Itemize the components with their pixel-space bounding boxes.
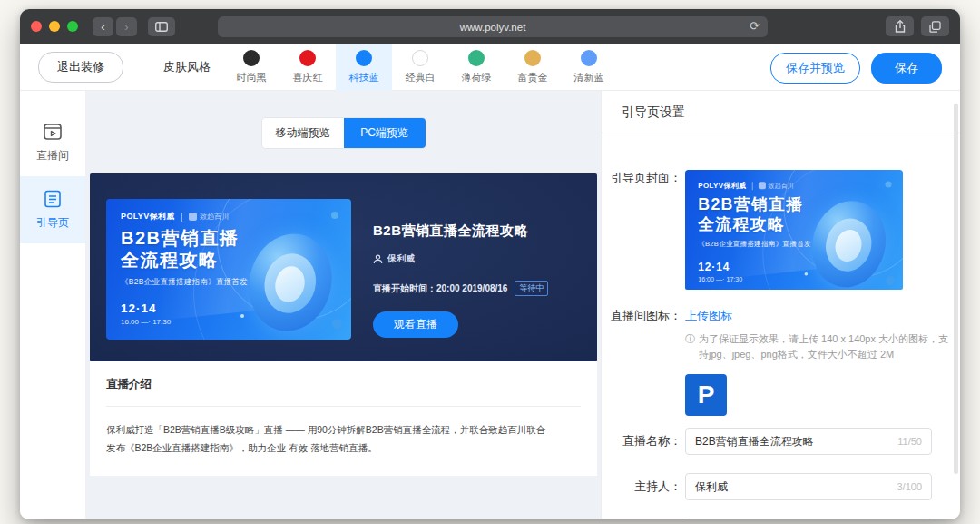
banner-date: 12·14 <box>698 261 730 272</box>
guide-page-banner: POLYV保利威 致趋百川 B2B营销直播全流程攻略 《B2B企业直播搭建指南》… <box>90 173 597 361</box>
polyv-logo: POLYV保利威 <box>698 181 746 192</box>
blue-swatch-dot <box>356 50 372 66</box>
intro-heading: 直播介绍 <box>106 377 581 392</box>
left-sidebar: 直播间 引导页 <box>20 91 86 519</box>
light-blue-swatch-dot <box>581 50 597 66</box>
gold-swatch-dot <box>524 50 541 66</box>
intro-divider <box>106 406 581 407</box>
sidebar-icon <box>155 22 168 32</box>
partner-logo: 致趋百川 <box>759 181 794 190</box>
polyv-logo: POLYV保利威 <box>121 211 175 222</box>
live-intro-section: 直播介绍 保利威打造「B2B营销直播B级攻略」直播 —— 用90分钟拆解B2B营… <box>90 361 597 476</box>
host-input[interactable] <box>695 480 891 493</box>
sidebar-toggle-button[interactable] <box>148 17 175 36</box>
partner-logo-icon <box>189 213 197 221</box>
banner-time: 16:00 —· 17:30 <box>121 318 171 326</box>
cover-row: 引导页封面： POLYV保利威 致趋百川 <box>602 170 960 290</box>
logo-divider <box>181 213 182 222</box>
banner-title: B2B营销直播全流程攻略 <box>698 195 803 234</box>
url-text: www.polyv.net <box>460 22 526 33</box>
person-icon <box>373 254 383 264</box>
close-window-button[interactable] <box>31 21 42 32</box>
share-button[interactable] <box>886 16 914 36</box>
info-icon: ⓘ <box>685 331 695 362</box>
green-swatch-dot <box>468 50 485 66</box>
browser-window: ‹ › www.polyv.net ⟳ 退出装修 皮肤风格 时尚黑 <box>20 9 960 519</box>
guide-page-settings-panel: 引导页设置 引导页封面： POLYV保利威 <box>601 91 960 519</box>
reload-icon[interactable]: ⟳ <box>750 19 760 33</box>
skin-option-fresh-blue[interactable]: 清新蓝 <box>561 44 617 91</box>
settings-scrollbar[interactable] <box>954 104 958 474</box>
room-icon-label: 直播间图标： <box>602 308 681 324</box>
live-name-input[interactable] <box>695 435 892 448</box>
host-counter: 3/100 <box>897 481 922 492</box>
banner-date: 12·14 <box>121 302 157 315</box>
live-name-counter: 11/50 <box>897 436 922 447</box>
live-info-panel: B2B营销直播全流程攻略 保利威 直播开始时间：20:00 2019/08/16… <box>373 222 548 338</box>
skin-option-gold[interactable]: 富贵金 <box>505 44 561 91</box>
dot-decoration <box>240 314 244 318</box>
live-room-icon <box>42 121 64 143</box>
cover-label: 引导页封面： <box>602 170 681 290</box>
live-title: B2B营销直播全流程攻略 <box>373 222 548 240</box>
tab-mobile-preview[interactable]: 移动端预览 <box>262 118 344 148</box>
browser-titlebar: ‹ › www.polyv.net ⟳ <box>20 9 960 44</box>
tabs-icon <box>929 21 941 33</box>
preview-mode-tabs: 移动端预览 PC端预览 <box>262 118 426 148</box>
sidebar-item-guide-page[interactable]: 引导页 <box>20 176 85 243</box>
address-bar[interactable]: www.polyv.net ⟳ <box>218 16 768 37</box>
upload-icon-link[interactable]: 上传图标 <box>685 308 732 324</box>
live-name-inputbox: 11/50 <box>685 428 932 455</box>
skin-option-red[interactable]: 喜庆红 <box>279 44 336 91</box>
status-badge: 等待中 <box>514 281 548 296</box>
watch-live-button[interactable]: 观看直播 <box>373 311 458 338</box>
room-intro-editor[interactable]: 文件 编辑 视图 插入 格式 工具 表格 <box>685 519 932 519</box>
guide-page-icon <box>42 188 64 210</box>
preview-area: 移动端预览 PC端预览 POLYV保利威 致趋百川 <box>86 91 601 519</box>
guide-cover-thumbnail[interactable]: POLYV保利威 致趋百川 B2B营销直播全流程攻略 《B2B企业直播搭建指南》… <box>685 170 903 290</box>
minimize-window-button[interactable] <box>49 21 60 32</box>
share-icon <box>895 20 906 33</box>
live-name-label: 直播名称： <box>602 433 681 450</box>
skin-style-label: 皮肤风格 <box>163 59 211 75</box>
banner-subtitle: 《B2B企业直播搭建指南》直播首发 <box>121 277 248 288</box>
dot-decoration <box>332 319 342 329</box>
live-start-time: 直播开始时间：20:00 2019/08/16 <box>373 282 507 295</box>
host-field-row: 主持人： 3/100 <box>602 473 960 500</box>
forward-button[interactable]: › <box>116 17 137 36</box>
exit-decoration-button[interactable]: 退出装修 <box>38 52 123 83</box>
decoration-toolbar: 退出装修 皮肤风格 时尚黑 喜庆红 科技蓝 经典白 薄荷绿 <box>20 44 960 91</box>
host-label: 主持人： <box>602 479 681 495</box>
skin-swatches: 时尚黑 喜庆红 科技蓝 经典白 薄荷绿 富贵金 <box>223 44 617 91</box>
icon-upload-hint: ⓘ 为了保证显示效果，请上传 140 x 140px 大小的图标，支持jpg、j… <box>685 331 957 362</box>
intro-text: 保利威打造「B2B营销直播B级攻略」直播 —— 用90分钟拆解B2B营销直播全流… <box>106 421 553 458</box>
settings-divider <box>602 133 960 133</box>
skin-option-white[interactable]: 经典白 <box>392 44 448 91</box>
banner-time: 16:00 —· 17:30 <box>698 275 742 282</box>
live-host: 保利威 <box>387 252 415 265</box>
skin-option-tech-blue[interactable]: 科技蓝 <box>336 44 392 91</box>
banner-title: B2B营销直播全流程攻略 <box>121 227 240 271</box>
window-controls <box>31 21 78 32</box>
white-swatch-dot <box>412 50 428 66</box>
live-name-field-row: 直播名称： 11/50 <box>602 428 960 455</box>
host-inputbox: 3/100 <box>685 473 932 500</box>
promo-cover-card: POLYV保利威 致趋百川 B2B营销直播全流程攻略 《B2B企业直播搭建指南》… <box>106 199 351 340</box>
back-button[interactable]: ‹ <box>93 17 113 36</box>
tab-pc-preview[interactable]: PC端预览 <box>344 118 426 148</box>
skin-option-mint-green[interactable]: 薄荷绿 <box>448 44 505 91</box>
promo-cover-card-thumb: POLYV保利威 致趋百川 B2B营销直播全流程攻略 《B2B企业直播搭建指南》… <box>685 170 903 290</box>
skin-option-black[interactable]: 时尚黑 <box>223 44 279 91</box>
save-button[interactable]: 保存 <box>871 53 942 84</box>
partner-logo: 致趋百川 <box>189 212 229 222</box>
room-icon-row: 直播间图标： 上传图标 <box>602 308 960 324</box>
sidebar-item-live-room[interactable]: 直播间 <box>20 109 85 176</box>
tabs-overview-button[interactable] <box>921 16 949 36</box>
dot-decoration <box>331 212 338 219</box>
save-and-preview-button[interactable]: 保存并预览 <box>770 53 860 84</box>
settings-title: 引导页设置 <box>602 91 960 133</box>
fullscreen-window-button[interactable] <box>67 21 78 32</box>
black-swatch-dot <box>243 50 260 66</box>
banner-subtitle: 《B2B企业直播搭建指南》直播首发 <box>698 239 811 249</box>
room-icon-preview[interactable]: P <box>685 374 727 416</box>
